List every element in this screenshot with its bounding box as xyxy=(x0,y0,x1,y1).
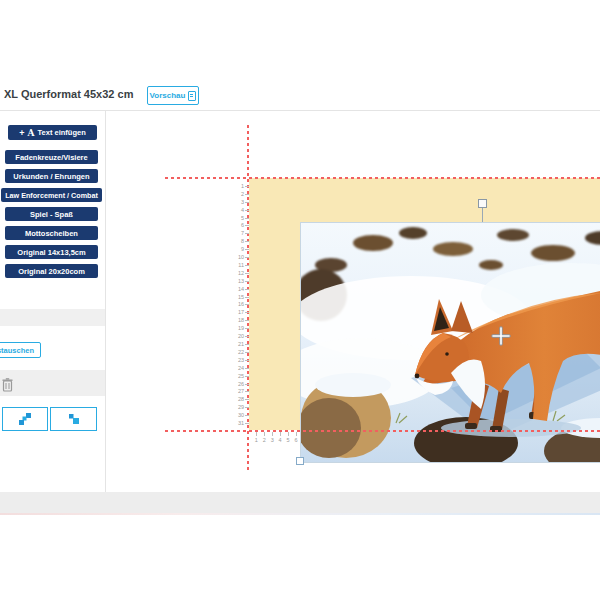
ruler-h-label: 2 xyxy=(263,437,266,443)
layers-back-icon xyxy=(18,413,32,425)
ruler-v-label: 9 xyxy=(232,246,244,252)
preview-button[interactable]: Vorschau xyxy=(147,86,199,105)
sidebar-divider xyxy=(105,111,106,492)
sidebar-item-law-enforcement[interactable]: Law Enforcement / Combat xyxy=(1,188,102,202)
ruler-v-label: 6 xyxy=(232,222,244,228)
page-title: XL Querformat 45x32 cm xyxy=(4,88,133,100)
swap-image-button[interactable]: austauschen xyxy=(0,342,41,358)
ruler-v-label: 15 xyxy=(232,294,244,300)
ruler-v-label: 12 xyxy=(232,270,244,276)
ruler-v-label: 20 xyxy=(232,333,244,339)
ruler-h-label: 5 xyxy=(286,437,289,443)
ruler-v-label: 23 xyxy=(232,357,244,363)
sidebar-item-mottoscheiben[interactable]: Mottoscheiben xyxy=(5,226,98,240)
ruler-v-label: 11 xyxy=(232,262,244,268)
sidebar-section-divider xyxy=(0,309,105,326)
ruler-v-label: 18 xyxy=(232,317,244,323)
sidebar-tool-row xyxy=(0,370,105,396)
ruler-v-label: 21 xyxy=(232,341,244,347)
sidebar-item-original-20x20[interactable]: Original 20x20com xyxy=(5,264,98,278)
ruler-h-label: 6 xyxy=(294,437,297,443)
ruler-v-label: 17 xyxy=(232,309,244,315)
rotation-handle[interactable] xyxy=(478,199,487,208)
preview-document-icon xyxy=(188,91,196,101)
ruler-v-label: 24 xyxy=(232,365,244,371)
bring-forward-button[interactable] xyxy=(50,407,97,431)
ruler-v-label: 29 xyxy=(232,404,244,410)
ruler-v-label: 30 xyxy=(232,412,244,418)
ruler-v-label: 8 xyxy=(232,238,244,244)
preview-button-label: Vorschau xyxy=(150,91,186,100)
crop-guide-bottom xyxy=(165,430,600,432)
ruler-v-label: 13 xyxy=(232,278,244,284)
ruler-v-label: 4 xyxy=(232,207,244,213)
add-text-label: Text einfügen xyxy=(38,128,86,137)
ruler-v-label: 28 xyxy=(232,396,244,402)
plus-icon: + xyxy=(19,128,24,138)
ruler-v-label: 16 xyxy=(232,301,244,307)
fox-in-snow-photo[interactable] xyxy=(300,222,600,463)
ruler-v-label: 7 xyxy=(232,230,244,236)
ruler-v-label: 27 xyxy=(232,388,244,394)
ruler-v-label: 26 xyxy=(232,381,244,387)
ruler-v-label: 25 xyxy=(232,373,244,379)
editor-window: XL Querformat 45x32 cm Vorschau + A Text… xyxy=(0,0,600,600)
ruler-v-label: 10 xyxy=(232,254,244,260)
ruler-v-label: 22 xyxy=(232,349,244,355)
ruler-h-label: 1 xyxy=(255,437,258,443)
trash-icon[interactable] xyxy=(2,378,13,396)
letter-a-icon: A xyxy=(28,128,35,138)
ruler-v-label: 5 xyxy=(232,215,244,221)
ruler-h-label: 3 xyxy=(271,437,274,443)
sidebar-item-original-14x13[interactable]: Original 14x13,5cm xyxy=(5,245,98,259)
ruler-v-label: 31 xyxy=(232,420,244,426)
bottom-toolbar xyxy=(0,492,600,513)
ruler-v-label: 2 xyxy=(232,191,244,197)
send-backward-button[interactable] xyxy=(2,407,48,431)
ruler-h-label: 4 xyxy=(279,437,282,443)
resize-handle-bottom-left[interactable] xyxy=(296,457,304,465)
sidebar-item-fadenkreuze[interactable]: Fadenkreuze/Visiere xyxy=(5,150,98,164)
layers-front-icon xyxy=(68,414,80,425)
ruler-v-label: 3 xyxy=(232,199,244,205)
add-text-button[interactable]: + A Text einfügen xyxy=(8,125,97,140)
ruler-v-label: 14 xyxy=(232,286,244,292)
ruler-v-label: 1 xyxy=(232,183,244,189)
crop-guide-top xyxy=(165,177,600,179)
ruler-v-label: 19 xyxy=(232,325,244,331)
sidebar-item-urkunden[interactable]: Urkunden / Ehrungen xyxy=(5,169,98,183)
rotation-handle-stem xyxy=(482,206,483,222)
header-divider xyxy=(0,110,600,111)
sidebar-item-spiel-spass[interactable]: Spiel - Spaß xyxy=(5,207,98,221)
